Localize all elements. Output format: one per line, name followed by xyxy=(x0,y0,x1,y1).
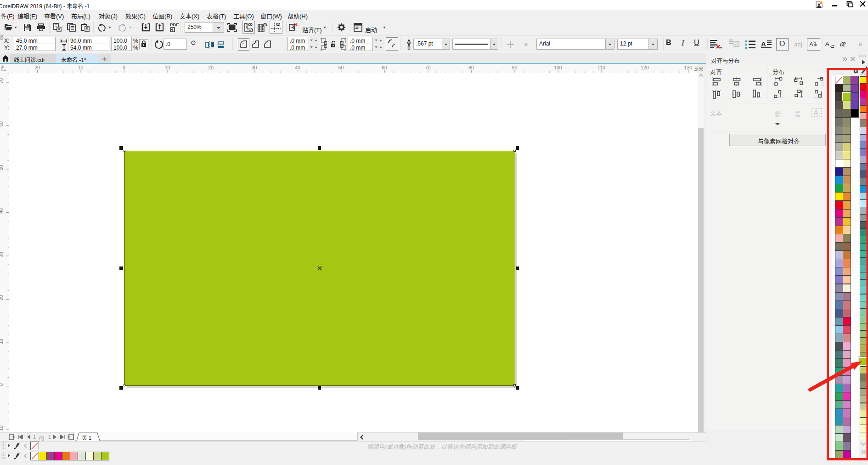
svg-text:A: A xyxy=(825,40,829,47)
svg-text:A: A xyxy=(814,109,818,116)
svg-text:A: A xyxy=(809,41,813,48)
svg-text:Bb: Bb xyxy=(795,113,800,117)
svg-text:A: A xyxy=(761,40,766,48)
svg-text:Bb: Bb xyxy=(775,113,780,117)
svg-text:!: ! xyxy=(821,1,822,5)
svg-text:A: A xyxy=(735,42,738,47)
svg-text:PDF: PDF xyxy=(170,22,179,27)
